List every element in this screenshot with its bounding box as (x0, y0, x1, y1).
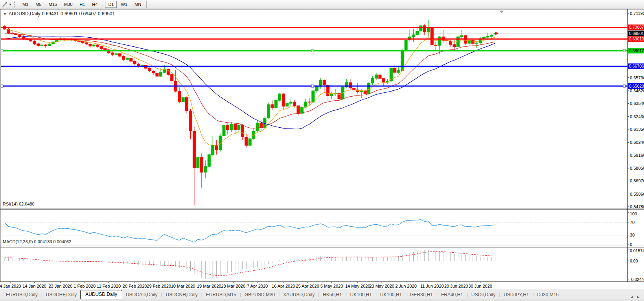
candle (248, 139, 251, 145)
candle (423, 26, 426, 32)
candle (81, 42, 84, 43)
line-handle[interactable] (1, 50, 3, 52)
rsi-tick-label: 30 (630, 233, 635, 237)
chart-tab-hk50-h1[interactable]: HK50,H1 (319, 291, 346, 299)
candle (360, 91, 363, 92)
chart-tabs-bar: EURUSD,Daily|USDCHF,DailyAUDUSD,DailyUSD… (0, 290, 644, 299)
macd-panel[interactable] (5, 250, 495, 279)
candle (171, 75, 173, 81)
candle (115, 53, 118, 54)
date-tick-label: 23 May 2020 (369, 284, 394, 288)
price-tick-label: 0.54780 (630, 204, 644, 209)
line-handle[interactable] (311, 50, 314, 52)
chart-tab-dj30-m15[interactable]: DJ30,M15 (534, 291, 562, 299)
date-tick-label: 23 Jan 2020 (48, 284, 72, 288)
candle (156, 73, 158, 76)
chart-tab-eurusd-m15[interactable]: EURUSD,M15 (202, 291, 240, 299)
candle (118, 53, 121, 56)
chart-canvas[interactable]: 0.711900.679200.657300.646200.635400.624… (0, 9, 644, 290)
date-tick-label: 11 Feb 2020 (97, 284, 121, 288)
timeframe-button-m15[interactable]: M15 (45, 1, 60, 8)
mt4-window: ▼ M1M5M15M30H1H4D1W1MN 0.711900.679200.6… (0, 0, 644, 301)
date-tick-label: 20 Feb 2020 (123, 284, 147, 288)
candle (315, 86, 318, 91)
tab-scroll-left-icon[interactable]: ◄ (630, 295, 633, 299)
ohlc-collapse-icon[interactable]: ▼ (3, 12, 7, 16)
date-tick-label: 11 Jun 2020 (420, 284, 444, 288)
chart-shift-marker-icon[interactable] (499, 11, 504, 13)
candle (319, 80, 322, 86)
candle (133, 61, 136, 64)
chart-tab-usdcnh-daily[interactable]: USDCNH,Daily (162, 291, 201, 299)
chart-tabs: EURUSD,Daily|USDCHF,DailyAUDUSD,DailyUSD… (0, 290, 626, 299)
candle (152, 71, 155, 73)
current-price-badge-label: 0.69501 (629, 31, 644, 36)
rsi-panel[interactable] (1, 220, 627, 242)
date-tick-label: 10 Mar 2020 (171, 284, 195, 288)
chart-tab-xauusd-daily[interactable]: XAUUSD,Daily (280, 291, 318, 299)
moving-average-sma30 (5, 36, 495, 129)
chart-window[interactable]: 0.711900.679200.657300.646200.635400.624… (0, 9, 644, 290)
line-handle[interactable] (311, 85, 314, 87)
main-panel[interactable] (1, 20, 627, 205)
chart-tab-ger30-h1[interactable]: GER30,H1 (407, 291, 436, 299)
chart-tab-fra40-h1[interactable]: FRA40,H1 (438, 291, 467, 299)
candle (394, 68, 396, 72)
candle (85, 43, 88, 44)
candle (375, 75, 378, 78)
ohlc-low: 0.69407 (79, 11, 96, 17)
rsi-line (5, 220, 495, 242)
candle (197, 157, 199, 167)
tab-scroll-right-icon[interactable]: ► (637, 295, 640, 299)
rsi-tick-label: 0 (630, 242, 632, 247)
candle (271, 105, 274, 107)
price-tick-label: 0.55860 (630, 192, 644, 196)
rsi-indicator-label: RSI(14) 62.6480 (3, 202, 35, 206)
symbol-label: AUDUSD,Daily (9, 11, 40, 17)
line-price-badge-label: 0.70007 (629, 25, 644, 29)
price-tick-label: 0.63540 (630, 101, 644, 106)
candle (126, 58, 129, 60)
candle (111, 53, 114, 54)
tool-dropdown-caret-icon[interactable]: ▼ (9, 3, 12, 6)
timeframe-button-m1[interactable]: M1 (19, 1, 31, 8)
candle (40, 45, 43, 46)
chart-tab-audusd-daily[interactable]: AUDUSD,Daily (80, 290, 122, 299)
date-tick-label: 2 Jun 2020 (395, 284, 416, 288)
time-axis[interactable]: 4 Jan 202014 Jan 202023 Jan 20201 Feb 20… (0, 282, 492, 288)
candle (18, 35, 21, 37)
chart-tab-gbpusd-m30[interactable]: GBPUSD,M30 (241, 291, 278, 299)
candle (100, 46, 103, 48)
timeframe-button-m30[interactable]: M30 (61, 1, 75, 8)
timeframe-button-mn[interactable]: MN (131, 1, 144, 8)
cursor-tool-icon[interactable] (2, 1, 8, 8)
candle (349, 83, 351, 88)
candle (193, 131, 195, 168)
line-handle[interactable] (623, 85, 626, 87)
line-handle[interactable] (623, 50, 626, 52)
line-handle[interactable] (1, 85, 3, 87)
candle (453, 44, 456, 47)
chart-tab-usdcad-daily[interactable]: USDCAD,Daily (122, 291, 161, 299)
timeframe-button-d1[interactable]: D1 (105, 1, 117, 8)
chart-tab-uk100-h1[interactable]: UK100,H1 (347, 291, 375, 299)
chart-tab-usdjpy-h1[interactable]: USDJPY,H1 (500, 291, 532, 299)
macd-tick-label: 0.015741 (630, 248, 644, 253)
chart-tab-eurusd-daily[interactable]: EURUSD,Daily (2, 291, 41, 299)
timeframe-button-m5[interactable]: M5 (32, 1, 44, 8)
timeframe-button-h4[interactable]: H4 (89, 1, 101, 8)
candle (289, 102, 292, 103)
chart-tab-usdchf-daily[interactable]: USDCHF,Daily (42, 291, 81, 299)
candle (382, 79, 385, 82)
candle (490, 35, 493, 36)
chart-tab-uk100-h1[interactable]: UK100,H1 (377, 291, 405, 299)
timeframe-button-h1[interactable]: H1 (76, 1, 88, 8)
chart-tab-usoil-daily[interactable]: USOil,Daily (468, 291, 499, 299)
candle (434, 45, 437, 46)
candle (223, 125, 225, 136)
line-price-badge-label: 0.65020 (629, 84, 644, 88)
toolbar-drag-handle[interactable] (14, 2, 17, 7)
candle (186, 97, 188, 111)
timeframe-button-w1[interactable]: W1 (118, 1, 131, 8)
candle (92, 45, 95, 46)
